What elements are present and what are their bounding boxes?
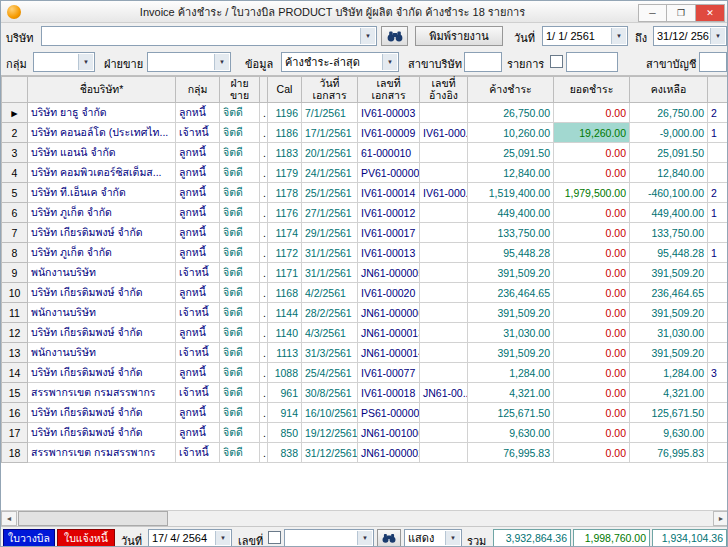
cell-extra[interactable]: 2 — [708, 183, 728, 203]
cell-group[interactable]: ลูกหนี้ — [176, 203, 220, 223]
cell-ref[interactable] — [420, 103, 468, 123]
chevron-down-icon[interactable]: ▼ — [214, 54, 229, 70]
cell-cal[interactable]: 1172 — [268, 243, 302, 263]
cell-no[interactable]: 5 — [2, 183, 28, 203]
table-row[interactable]: 6บริษัท ภูเก็ต จำกัดลูกหนี้จิตดี.117627/… — [2, 203, 728, 223]
cell-outstanding[interactable]: 1,284.00 — [468, 363, 554, 383]
cell-cal[interactable]: 1186 — [268, 123, 302, 143]
group-combobox[interactable]: ▼ — [33, 52, 95, 72]
cell-dot[interactable]: . — [260, 183, 268, 203]
cell-dot[interactable]: . — [260, 143, 268, 163]
cell-cal[interactable]: 1168 — [268, 283, 302, 303]
cell-doc[interactable]: JN61-000002 — [358, 443, 420, 463]
cell-name[interactable]: บริษัท เกียรติมพงษ์ จำกัด — [28, 283, 176, 303]
cell-sales[interactable]: จิตดี — [220, 303, 260, 323]
doc-number-checkbox[interactable] — [268, 531, 281, 544]
chevron-down-icon[interactable]: ▼ — [360, 28, 375, 44]
cell-dot[interactable]: . — [260, 303, 268, 323]
cell-no[interactable]: 6 — [2, 203, 28, 223]
cell-group[interactable]: เจ้าหนี้ — [176, 123, 220, 143]
cell-group[interactable]: ลูกหนี้ — [176, 223, 220, 243]
cell-cal[interactable]: 1088 — [268, 363, 302, 383]
cell-remaining[interactable]: 449,400.00 — [630, 203, 708, 223]
cell-remaining[interactable]: 391,509.20 — [630, 263, 708, 283]
cell-remaining[interactable]: 4,321.00 — [630, 383, 708, 403]
cell-outstanding[interactable]: 12,840.00 — [468, 163, 554, 183]
cell-sales[interactable]: จิตดี — [220, 363, 260, 383]
cell-date[interactable]: 4/2/2561 — [302, 283, 358, 303]
cell-no[interactable]: 4 — [2, 163, 28, 183]
cell-sales[interactable]: จิตดี — [220, 123, 260, 143]
cell-date[interactable]: 25/1/2561 — [302, 183, 358, 203]
cell-paid[interactable]: 1,979,500.00 — [554, 183, 630, 203]
cell-sales[interactable]: จิตดี — [220, 263, 260, 283]
cell-cal[interactable]: 1196 — [268, 103, 302, 123]
company-combobox[interactable]: ▼ — [41, 26, 377, 46]
cell-extra[interactable] — [708, 143, 728, 163]
cell-date[interactable]: 31/3/2561 — [302, 343, 358, 363]
cell-date[interactable]: 29/1/2561 — [302, 223, 358, 243]
cell-extra[interactable] — [708, 383, 728, 403]
cell-cal[interactable]: 914 — [268, 403, 302, 423]
cell-paid[interactable]: 0.00 — [554, 283, 630, 303]
cell-dot[interactable]: . — [260, 163, 268, 183]
cell-sales[interactable]: จิตดี — [220, 403, 260, 423]
table-row[interactable]: 5บริษัท ที.เอ็นเค จำกัดลูกหนี้จิตดี.1178… — [2, 183, 728, 203]
scrollbar-thumb[interactable] — [18, 511, 168, 526]
company-search-button[interactable] — [381, 26, 408, 46]
table-row[interactable]: 3บริษัท แอนนิ จำกัดลูกหนี้จิตดี.118320/1… — [2, 143, 728, 163]
cell-dot[interactable]: . — [260, 403, 268, 423]
cell-extra[interactable] — [708, 403, 728, 423]
cell-sales[interactable]: จิตดี — [220, 223, 260, 243]
cell-dot[interactable]: . — [260, 263, 268, 283]
doc-number-combobox[interactable]: ▼ — [284, 529, 374, 547]
cell-outstanding[interactable]: 391,509.20 — [468, 303, 554, 323]
cell-cal[interactable]: 838 — [268, 443, 302, 463]
cell-paid[interactable]: 0.00 — [554, 143, 630, 163]
cell-no[interactable]: 13 — [2, 343, 28, 363]
cell-dot[interactable]: . — [260, 323, 268, 343]
column-header-dot[interactable] — [260, 77, 268, 103]
cell-dot[interactable]: . — [260, 243, 268, 263]
cell-outstanding[interactable]: 26,750.00 — [468, 103, 554, 123]
cell-outstanding[interactable]: 76,995.83 — [468, 443, 554, 463]
cell-ref[interactable] — [420, 363, 468, 383]
cell-outstanding[interactable]: 449,400.00 — [468, 203, 554, 223]
cell-group[interactable]: ลูกหนี้ — [176, 323, 220, 343]
cell-ref[interactable] — [420, 263, 468, 283]
cell-cal[interactable]: 1178 — [268, 183, 302, 203]
document-search-button[interactable] — [377, 529, 401, 547]
cell-paid[interactable]: 0.00 — [554, 343, 630, 363]
cell-date[interactable]: 31/1/2561 — [302, 263, 358, 283]
cell-remaining[interactable]: 12,840.00 — [630, 163, 708, 183]
cell-name[interactable]: บริษัท เกียรติมพงษ์ จำกัด — [28, 363, 176, 383]
cell-outstanding[interactable]: 391,509.20 — [468, 343, 554, 363]
table-row[interactable]: 14บริษัท เกียรติมพงษ์ จำกัดลูกหนี้จิตดี.… — [2, 363, 728, 383]
footer-date-select[interactable]: 17/ 4/ 2564 ▼ — [148, 529, 232, 547]
maximize-button[interactable]: ❐ — [667, 4, 696, 22]
cell-outstanding[interactable]: 133,750.00 — [468, 223, 554, 243]
cell-sales[interactable]: จิตดี — [220, 323, 260, 343]
cell-remaining[interactable]: 391,509.20 — [630, 343, 708, 363]
cell-cal[interactable]: 1176 — [268, 203, 302, 223]
column-header-sales[interactable]: ฝ่าย ขาย — [220, 77, 260, 103]
cell-extra[interactable] — [708, 223, 728, 243]
date-from-select[interactable]: 1/ 1/ 2561 ▼ — [542, 26, 628, 46]
table-row[interactable]: 7บริษัท เกียรติมพงษ์ จำกัดลูกหนี้จิตดี.1… — [2, 223, 728, 243]
table-row[interactable]: ►บริษัท ยาธู จำกัดลูกหนี้จิตดี.11967/1/2… — [2, 103, 728, 123]
cell-outstanding[interactable]: 9,630.00 — [468, 423, 554, 443]
cell-doc[interactable]: IV61-00013 — [358, 243, 420, 263]
data-combobox[interactable]: ค้างชำระ-ล่าสุด ▼ — [281, 52, 399, 72]
table-row[interactable]: 10บริษัท เกียรติมพงษ์ จำกัดลูกหนี้จิตดี.… — [2, 283, 728, 303]
cell-group[interactable]: เจ้าหนี้ — [176, 443, 220, 463]
cell-outstanding[interactable]: 391,509.20 — [468, 263, 554, 283]
cell-extra[interactable] — [708, 283, 728, 303]
cell-sales[interactable]: จิตดี — [220, 423, 260, 443]
cell-doc[interactable]: JN61-001006 — [358, 423, 420, 443]
cell-name[interactable]: พนักงานบริษัท — [28, 263, 176, 283]
cell-name[interactable]: พนักงานบริษัท — [28, 303, 176, 323]
cell-cal[interactable]: 1183 — [268, 143, 302, 163]
cell-doc[interactable]: 61-000010 — [358, 143, 420, 163]
cell-cal[interactable]: 850 — [268, 423, 302, 443]
invoice-button[interactable]: ใบแจ้งหนี้ — [57, 529, 115, 547]
